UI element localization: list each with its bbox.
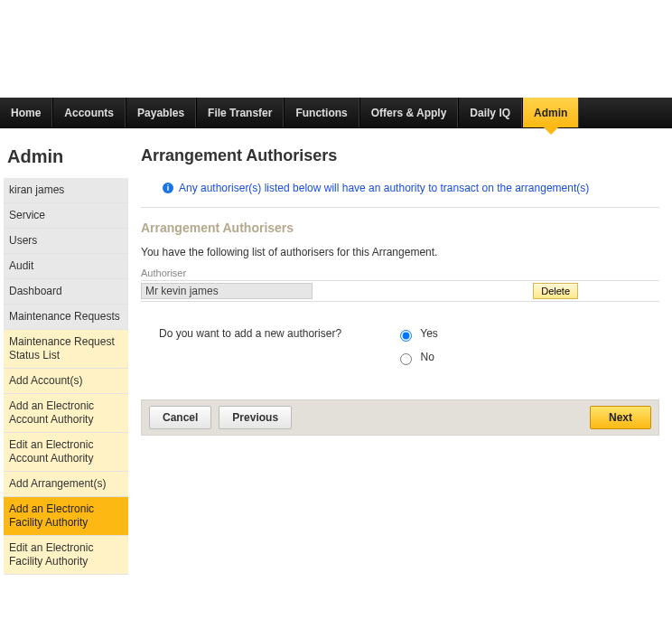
cancel-button[interactable]: Cancel bbox=[149, 406, 211, 429]
nav-payables[interactable]: Payables bbox=[126, 98, 196, 127]
authoriser-name-input bbox=[141, 283, 313, 299]
sidebar-item-edit-an-electronic-facility-authority[interactable]: Edit an Electronic Facility Authority bbox=[4, 536, 128, 575]
sidebar-item-service[interactable]: Service bbox=[4, 203, 128, 229]
authoriser-row: Delete bbox=[141, 280, 659, 302]
next-button[interactable]: Next bbox=[590, 406, 651, 429]
radio-yes-label[interactable]: Yes bbox=[396, 327, 438, 342]
info-banner: i Any authoriser(s) listed below will ha… bbox=[141, 182, 659, 194]
sidebar-item-add-arrangement-s[interactable]: Add Arrangement(s) bbox=[4, 472, 128, 497]
add-authoriser-radio-group: Yes No bbox=[396, 327, 438, 374]
nav-functions[interactable]: Functions bbox=[284, 98, 359, 127]
list-description: You have the following list of authorise… bbox=[141, 246, 659, 258]
nav-admin[interactable]: Admin bbox=[522, 98, 579, 127]
previous-button[interactable]: Previous bbox=[219, 406, 292, 429]
page-title: Arrangement Authorisers bbox=[141, 146, 659, 165]
authoriser-label: Authoriser bbox=[141, 268, 659, 278]
nav-home[interactable]: Home bbox=[0, 98, 52, 127]
radio-yes[interactable] bbox=[400, 330, 412, 342]
section-title: Arrangement Authorisers bbox=[141, 221, 659, 235]
nav-offers-apply[interactable]: Offers & Apply bbox=[359, 98, 459, 127]
radio-no-text: No bbox=[420, 351, 434, 363]
sidebar-item-add-an-electronic-facility-authority[interactable]: Add an Electronic Facility Authority bbox=[4, 497, 128, 536]
sidebar-item-maintenance-requests[interactable]: Maintenance Requests bbox=[4, 305, 128, 330]
sidebar-item-add-account-s[interactable]: Add Account(s) bbox=[4, 369, 128, 394]
nav-daily-iq[interactable]: Daily IQ bbox=[458, 98, 522, 127]
header-whitespace bbox=[0, 0, 672, 98]
info-icon: i bbox=[163, 183, 173, 193]
radio-yes-text: Yes bbox=[420, 327, 438, 340]
delete-button[interactable]: Delete bbox=[533, 283, 578, 299]
divider bbox=[141, 207, 659, 208]
sidebar-item-audit[interactable]: Audit bbox=[4, 254, 128, 279]
sidebar-item-edit-an-electronic-account-authority[interactable]: Edit an Electronic Account Authority bbox=[4, 433, 128, 472]
sidebar-item-kiran-james[interactable]: kiran james bbox=[4, 178, 128, 203]
nav-accounts[interactable]: Accounts bbox=[52, 98, 126, 127]
button-bar: Cancel Previous Next bbox=[141, 399, 659, 436]
radio-no-label[interactable]: No bbox=[396, 351, 438, 365]
sidebar-title: Admin bbox=[4, 145, 128, 178]
add-authoriser-question: Do you want to add a new authoriser? bbox=[159, 327, 341, 340]
sidebar-item-dashboard[interactable]: Dashboard bbox=[4, 279, 128, 305]
main-nav: HomeAccountsPayablesFile TransferFunctio… bbox=[0, 98, 672, 128]
radio-no[interactable] bbox=[400, 353, 412, 365]
sidebar-item-maintenance-request-status-list[interactable]: Maintenance Request Status List bbox=[4, 330, 128, 369]
sidebar: Admin kiran jamesServiceUsersAuditDashbo… bbox=[4, 145, 128, 575]
info-text: Any authoriser(s) listed below will have… bbox=[179, 182, 589, 194]
nav-file-transfer[interactable]: File Transfer bbox=[196, 98, 284, 127]
sidebar-item-users[interactable]: Users bbox=[4, 229, 128, 254]
main-content: Arrangement Authorisers i Any authoriser… bbox=[128, 145, 672, 575]
sidebar-item-add-an-electronic-account-authority[interactable]: Add an Electronic Account Authority bbox=[4, 394, 128, 433]
